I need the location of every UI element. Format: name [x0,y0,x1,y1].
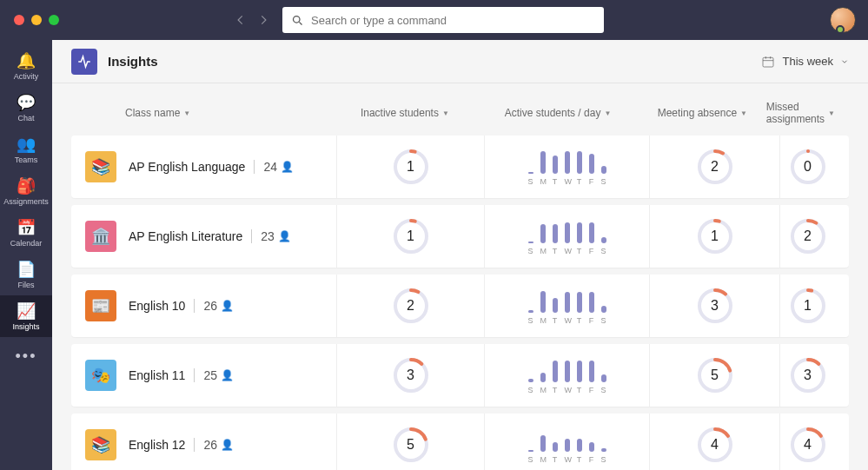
day-labels: SMTWTFS [528,177,606,186]
donut-chart: 4 [789,426,827,464]
missed-cell: 4 [780,426,835,464]
assignments-icon: 🎒 [17,176,36,195]
donut-value: 4 [789,426,827,464]
donut-chart: 5 [696,356,734,394]
calendar-icon: 📅 [17,218,36,237]
class-row[interactable]: 📚 English 12 26 👤 5 SMTWTFS 4 4 [71,414,849,470]
command-search[interactable] [282,7,604,33]
daily-bars [528,217,606,243]
search-icon [291,14,304,27]
daily-bars [528,287,606,313]
files-icon: 📄 [17,260,36,279]
absence-cell: 5 [650,344,780,407]
donut-value: 4 [696,426,734,464]
missed-cell: 2 [780,217,835,255]
daily-bars [528,148,606,174]
rail-more[interactable]: ••• [16,339,37,374]
rail-calendar[interactable]: 📅Calendar [0,212,52,254]
student-count: 26 [203,438,217,452]
inactive-cell: 1 [337,136,485,198]
col-header-missed[interactable]: Missed assignments▼ [766,101,835,125]
col-header-daily[interactable]: Active students / day▼ [477,101,639,125]
class-icon: 🏛️ [85,221,116,252]
donut-chart: 4 [696,426,734,464]
inactive-cell: 3 [337,344,485,407]
missed-cell: 3 [780,356,835,394]
col-header-absence[interactable]: Meeting absence▼ [639,101,766,125]
donut-chart: 3 [392,356,430,394]
daily-bars [528,356,606,382]
user-avatar[interactable] [830,7,856,33]
daily-cell: SMTWTFS [485,414,650,470]
forward-icon[interactable] [257,14,269,26]
donut-chart: 0 [789,148,827,186]
donut-value: 5 [392,426,430,464]
separator [251,229,252,243]
class-icon: 📚 [85,151,116,182]
close-icon[interactable] [14,15,24,25]
class-row[interactable]: 🎭 English 11 25 👤 3 SMTWTFS 5 3 [71,344,849,407]
class-name: English 12 [129,438,185,452]
inactive-cell: 1 [337,205,485,268]
rail-activity[interactable]: 🔔Activity [0,45,52,87]
donut-chart: 3 [696,287,734,325]
donut-value: 1 [696,217,734,255]
sort-caret-icon: ▼ [442,109,449,117]
people-icon: 👤 [221,369,234,381]
class-row[interactable]: 📰 English 10 26 👤 2 SMTWTFS 3 1 [71,275,849,337]
donut-value: 5 [696,356,734,394]
daily-cell: SMTWTFS [485,136,650,198]
class-info: 🎭 English 11 25 👤 [85,344,337,407]
inactive-cell: 2 [337,275,485,337]
col-header-class-name[interactable]: Class name▼ [85,101,333,125]
teams-icon: 👥 [17,135,36,154]
missed-cell: 0 [780,148,835,186]
daily-cell: SMTWTFS [485,275,650,337]
titlebar [0,0,868,40]
col-header-inactive[interactable]: Inactive students▼ [333,101,477,125]
rail-chat[interactable]: 💬Chat [0,87,52,129]
donut-value: 1 [789,287,827,325]
donut-value: 2 [392,287,430,325]
rail-teams[interactable]: 👥Teams [0,129,52,170]
donut-chart: 5 [392,426,430,464]
donut-chart: 2 [696,148,734,186]
rail-assignments[interactable]: 🎒Assignments [0,170,52,212]
inactive-cell: 5 [337,414,485,470]
presence-indicator [836,25,845,34]
search-input[interactable] [311,14,595,27]
donut-value: 3 [789,356,827,394]
chevron-down-icon [840,57,849,66]
maximize-icon[interactable] [49,15,59,25]
rail-insights[interactable]: 📈Insights [0,295,52,337]
sort-caret-icon: ▼ [604,109,611,117]
class-name: English 10 [129,299,185,313]
svg-rect-1 [763,57,773,67]
donut-chart: 2 [392,287,430,325]
pulse-icon [76,54,92,70]
class-row[interactable]: 📚 AP English Language 24 👤 1 SMTWTFS 2 0 [71,136,849,198]
student-count: 24 [263,160,277,174]
donut-chart: 3 [789,356,827,394]
class-icon: 🎭 [85,360,116,391]
sort-caret-icon: ▼ [740,109,747,117]
separator [194,368,195,382]
history-nav [235,14,269,26]
donut-value: 2 [789,217,827,255]
back-icon[interactable] [235,14,247,26]
donut-chart: 1 [696,217,734,255]
absence-cell: 4 [650,414,780,470]
donut-chart: 1 [392,148,430,186]
time-range-picker[interactable]: This week [761,55,849,69]
minimize-icon[interactable] [31,15,42,25]
page-title: Insights [108,54,158,69]
people-icon: 👤 [221,300,234,312]
column-headers-row: Class name▼ Inactive students▼ Active st… [71,96,849,136]
separator [194,438,195,452]
rail-files[interactable]: 📄Files [0,254,52,295]
absence-cell: 3 [650,275,780,337]
content-area: Class name▼ Inactive students▼ Active st… [52,83,868,470]
svg-point-0 [294,16,301,23]
class-row[interactable]: 🏛️ AP English Literature 23 👤 1 SMTWTFS … [71,205,849,268]
class-info: 📰 English 10 26 👤 [85,275,337,337]
